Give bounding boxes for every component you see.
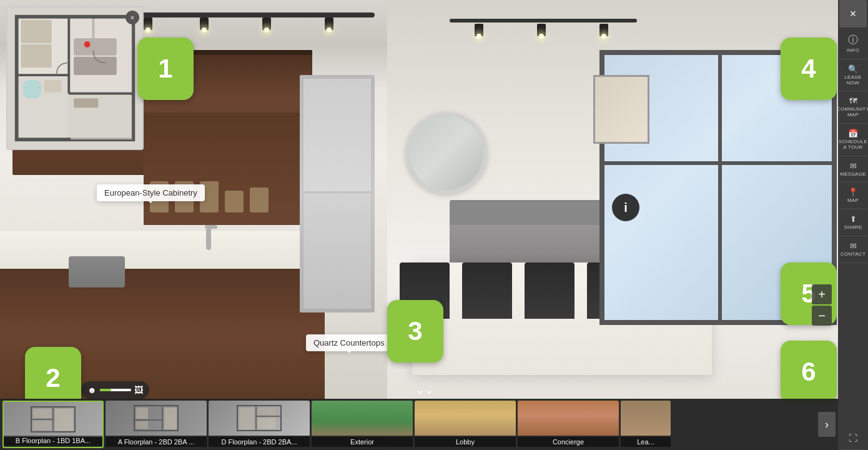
right-sidebar: × ⓘ INFO 🔍 LEASENOW 🗺 COMMUNITYMAP 📅 SCH… xyxy=(838,0,868,450)
zoom-in-button[interactable]: + xyxy=(812,284,832,304)
sidebar-label-schedule: SCHEDULEA TOUR xyxy=(839,139,867,151)
message-icon: ✉ xyxy=(850,161,857,171)
sidebar-action-lease[interactable]: 🔍 LEASENOW xyxy=(839,59,867,92)
floorplan-close-button[interactable]: × xyxy=(126,11,139,24)
chevron-down-button[interactable]: ⌄⌄ xyxy=(415,384,435,396)
sink-area xyxy=(181,231,256,269)
thumbnail-label: Lobby xyxy=(415,437,516,447)
number-badge-4: 4 xyxy=(781,38,837,100)
number-badge-3: 3 xyxy=(387,300,443,362)
chevron-down-icon: ⌄⌄ xyxy=(415,383,434,397)
sidebar-action-map[interactable]: 📍 MAP xyxy=(839,182,867,209)
svg-rect-33 xyxy=(239,408,254,429)
window-frame xyxy=(604,161,832,165)
thumbnail-label: D Floorplan - 2BD 2BA... xyxy=(209,437,310,447)
sidebar-action-schedule[interactable]: 📅 SCHEDULEA TOUR xyxy=(839,124,867,156)
sidebar-action-community-map[interactable]: 🗺 COMMUNITYMAP xyxy=(839,91,867,124)
map-icon: 🗺 xyxy=(849,96,857,106)
thumbnail-lobby[interactable]: Lobby xyxy=(415,401,516,448)
svg-rect-28 xyxy=(136,421,148,429)
panorama-view[interactable]: i European-Style Cabinetry Quartz Counte… xyxy=(0,0,868,450)
svg-rect-27 xyxy=(136,408,148,419)
svg-rect-35 xyxy=(258,418,276,429)
sidebar-label-message: MESSAGE xyxy=(840,172,866,178)
lease-icon: 🔍 xyxy=(848,64,858,74)
wall-art xyxy=(593,75,649,144)
sidebar-label-lease: LEASENOW xyxy=(844,75,861,86)
photo-icon: 🖼 xyxy=(134,385,143,395)
thumbnail-a-floorplan[interactable]: A Floorplan - 2BD 2BA ... xyxy=(106,401,207,448)
floorplan-svg xyxy=(7,8,142,149)
track-light xyxy=(537,24,546,36)
svg-rect-13 xyxy=(44,80,61,92)
thumbnail-concierge[interactable]: Concierge xyxy=(518,401,619,448)
faucet xyxy=(206,225,211,250)
shelf-item xyxy=(225,191,244,212)
window-frame xyxy=(718,55,722,320)
dining-chair xyxy=(462,262,512,319)
dining-chair xyxy=(525,262,575,319)
track-light xyxy=(144,18,152,30)
svg-rect-22 xyxy=(33,421,51,430)
thumbnail-strip: B Floorplan - 1BD 1BA... A Floorplan - 2… xyxy=(0,399,868,450)
shelf-item xyxy=(250,188,269,212)
thumbnail-label: Concierge xyxy=(518,437,619,447)
svg-rect-29 xyxy=(164,408,177,429)
thumbnail-lease[interactable]: Lea... xyxy=(621,401,671,448)
person-view-button[interactable]: ☻ 🖼 xyxy=(81,381,149,399)
track-light xyxy=(599,24,608,36)
thumbnail-label: B Floorplan - 1BD 1BA... xyxy=(4,436,102,446)
svg-rect-14 xyxy=(74,57,117,75)
thumbnail-label: Lea... xyxy=(621,437,671,447)
thumbnail-d-floorplan[interactable]: D Floorplan - 2BD 2BA... xyxy=(209,401,310,448)
floorplan-overlay: × xyxy=(6,6,144,150)
cabinetry-label: European-Style Cabinetry xyxy=(97,184,205,201)
share-icon: ⬆ xyxy=(850,214,857,224)
ceiling-track xyxy=(125,12,375,18)
sidebar-label-community-map: COMMUNITYMAP xyxy=(837,107,868,118)
thumbnail-label: Exterior xyxy=(312,437,413,447)
sidebar-action-info[interactable]: ⓘ INFO xyxy=(839,29,867,59)
sidebar-label-map: MAP xyxy=(847,198,859,204)
mirror xyxy=(406,112,487,194)
sidebar-action-share[interactable]: ⬆ SHARE xyxy=(839,209,867,236)
slider-fill xyxy=(100,389,111,391)
number-badge-6: 6 xyxy=(781,341,837,403)
next-icon: › xyxy=(825,418,829,431)
zoom-controls: + − xyxy=(812,284,832,327)
svg-rect-10 xyxy=(21,20,52,43)
info-icon: ⓘ xyxy=(848,34,858,47)
svg-rect-11 xyxy=(21,44,52,68)
close-icon: × xyxy=(850,8,857,21)
thumbnail-exterior[interactable]: Exterior xyxy=(312,401,413,448)
sidebar-action-contact[interactable]: ✉ CONTACT xyxy=(839,236,867,263)
svg-rect-16 xyxy=(74,98,98,108)
svg-rect-34 xyxy=(258,408,276,415)
track-light xyxy=(325,18,333,30)
sidebar-label-info: INFO xyxy=(847,48,859,54)
thumbnail-next-button[interactable]: › xyxy=(818,412,836,437)
fullscreen-icon: ⛶ xyxy=(849,433,857,443)
sidebar-close-button[interactable]: × xyxy=(839,0,867,28)
calendar-icon: 📅 xyxy=(848,129,858,138)
sidebar-label-contact: CONTACT xyxy=(841,252,866,258)
svg-rect-12 xyxy=(23,80,41,98)
sidebar-action-fullscreen[interactable]: ⛶ xyxy=(839,428,867,450)
open-shelf xyxy=(144,112,312,225)
number-badge-1: 1 xyxy=(137,38,194,100)
refrigerator xyxy=(300,75,375,312)
track-light xyxy=(475,24,483,36)
track-light xyxy=(262,18,271,30)
thumbnail-label: A Floorplan - 2BD 2BA ... xyxy=(106,437,207,447)
sidebar-label-share: SHARE xyxy=(844,225,862,231)
slider-track xyxy=(100,389,131,391)
svg-rect-15 xyxy=(74,38,117,55)
person-icon: ☻ xyxy=(87,385,97,395)
zoom-out-button[interactable]: − xyxy=(812,306,832,326)
sidebar-action-message[interactable]: ✉ MESSAGE xyxy=(839,156,867,183)
thumbnail-b-floorplan[interactable]: B Floorplan - 1BD 1BA... xyxy=(2,401,104,448)
contact-icon: ✉ xyxy=(850,241,857,251)
svg-rect-23 xyxy=(55,409,73,431)
scene-info-button[interactable]: i xyxy=(612,194,639,221)
pin-icon: 📍 xyxy=(848,188,858,197)
